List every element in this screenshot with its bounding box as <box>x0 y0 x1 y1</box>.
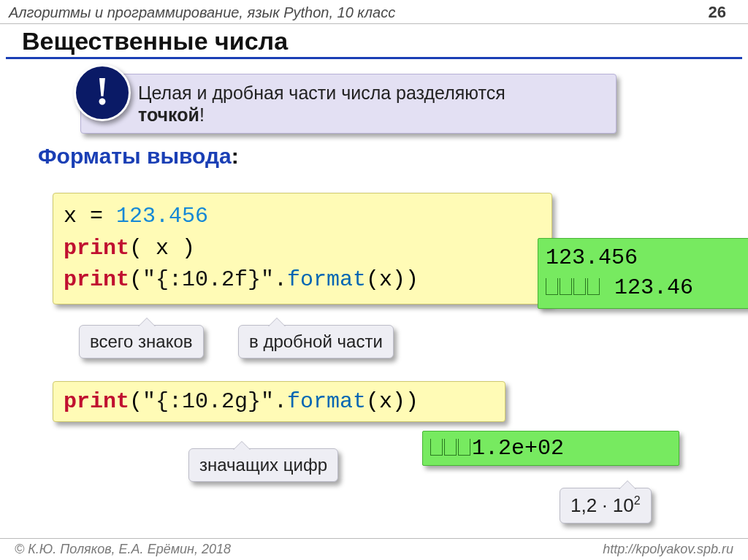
slide-footer: © К.Ю. Поляков, Е.А. Ерёмин, 2018 http:/… <box>0 538 748 560</box>
code-keyword: print <box>64 267 129 292</box>
annotation-fraction-part: в дробной части <box>238 325 394 358</box>
code-text: ( <box>129 267 142 292</box>
output-text: 123.46 <box>601 275 693 300</box>
code-string: "{:10.2f}" <box>142 267 274 292</box>
space-icon <box>560 278 572 295</box>
space-icon <box>430 439 443 456</box>
subtitle-colon: : <box>232 144 239 168</box>
annotation-significant-digits: значащих цифр <box>188 448 338 482</box>
footer-url: http://kpolyakov.spb.ru <box>603 542 733 557</box>
callout-note: ! Целая и дробная части числа разделяютс… <box>80 74 617 134</box>
code-block-1: x = 123.456 print( x ) print("{:10.2f}".… <box>53 193 552 304</box>
code-string: "{:10.2g}" <box>142 389 274 414</box>
slide-title: Вещественные числа <box>22 27 748 55</box>
space-icon <box>573 278 586 295</box>
exclamation-icon: ! <box>74 64 131 121</box>
sci-exp: 2 <box>634 494 641 507</box>
output-line-2: 123.46 <box>546 273 748 303</box>
code-text: . <box>274 389 287 414</box>
annotation-sci-notation: 1,2 · 102 <box>560 488 652 523</box>
space-icon <box>546 278 558 295</box>
output-text: 1.2e+02 <box>472 436 564 461</box>
code-text: ( <box>129 389 142 414</box>
code-text: (x)) <box>366 389 419 414</box>
note-line1: Целая и дробная части числа разделяются <box>138 83 505 103</box>
header-text: Алгоритмы и программирование, язык Pytho… <box>9 4 395 21</box>
note-punct: ! <box>199 104 205 125</box>
space-icon <box>444 439 457 456</box>
code-keyword: print <box>64 389 129 414</box>
code-line-3: print("{:10.2f}".format(x)) <box>64 264 541 296</box>
footer-copyright: © К.Ю. Поляков, Е.А. Ерёмин, 2018 <box>15 542 231 557</box>
annotation-total-chars: всего знаков <box>79 325 204 358</box>
sci-base: 1,2 · 10 <box>570 494 634 516</box>
code-block-2: print("{:10.2g}".format(x)) <box>53 381 505 422</box>
page-number: 26 <box>709 3 726 22</box>
code-text: ( x ) <box>129 236 195 261</box>
code-line-1: x = 123.456 <box>64 201 541 233</box>
section-subtitle: Форматы вывода: <box>38 144 748 169</box>
subtitle-text: Форматы вывода <box>38 144 232 168</box>
output-block-1: 123.456 123.46 <box>538 238 748 309</box>
code-number: 123.456 <box>116 204 208 229</box>
space-icon <box>587 278 600 295</box>
title-rule <box>6 57 742 59</box>
space-icon <box>458 439 470 456</box>
code-text: . <box>274 267 287 292</box>
code-line-2: print( x ) <box>64 233 541 265</box>
code-function: format <box>287 267 366 292</box>
code-text: x = <box>64 204 116 229</box>
code-function: format <box>287 389 366 414</box>
code-text: (x)) <box>366 267 419 292</box>
output-line-1: 123.456 <box>546 243 748 273</box>
note-bold: точкой <box>138 104 199 125</box>
code-keyword: print <box>64 236 129 261</box>
slide-header: Алгоритмы и программирование, язык Pytho… <box>0 0 748 24</box>
output-block-2: 1.2e+02 <box>422 431 679 466</box>
